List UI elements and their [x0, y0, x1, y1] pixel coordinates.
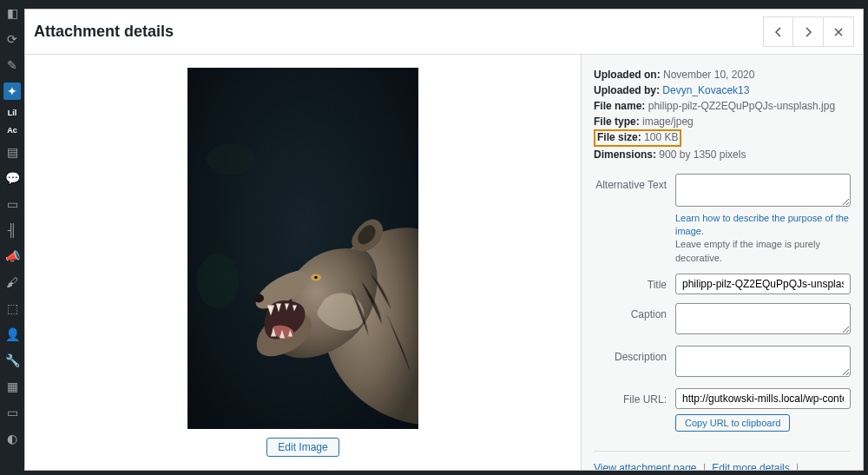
svg-point-5 [314, 276, 318, 280]
chevron-right-icon [803, 27, 813, 37]
description-label: Description [594, 346, 667, 363]
file-url-input[interactable] [675, 388, 851, 409]
description-input[interactable] [675, 346, 851, 377]
chevron-left-icon [773, 27, 784, 37]
marketing-icon[interactable]: 📣 [3, 247, 21, 265]
edit-details-link[interactable]: Edit more details [712, 462, 789, 470]
pages-icon[interactable]: ▤ [3, 143, 21, 161]
next-button[interactable] [793, 16, 824, 47]
svg-point-1 [207, 144, 255, 175]
title-label: Title [594, 274, 667, 291]
collapse-icon[interactable]: ◐ [3, 430, 21, 447]
plugins-icon[interactable]: ⬚ [3, 300, 21, 317]
attachment-details-modal: Attachment details [24, 9, 864, 471]
caption-label: Caption [594, 303, 667, 320]
view-attachment-link[interactable]: View attachment page [594, 462, 697, 470]
forms-icon[interactable]: ▭ [3, 195, 21, 213]
close-icon [833, 27, 844, 37]
copy-url-button[interactable]: Copy URL to clipboard [675, 414, 790, 432]
prev-button[interactable] [763, 16, 793, 47]
close-button[interactable] [824, 16, 854, 47]
alt-text-input[interactable] [675, 174, 851, 207]
dashboard-icon[interactable]: ◧ [3, 4, 21, 22]
analytics-icon[interactable]: ╢ [3, 221, 21, 239]
details-panel: Uploaded on: November 10, 2020 Uploaded … [581, 55, 863, 470]
alt-help-link[interactable]: Learn how to describe the purpose of the… [675, 213, 849, 236]
settings-icon[interactable]: ▦ [3, 378, 21, 395]
svg-point-2 [197, 254, 239, 309]
svg-point-3 [253, 294, 264, 303]
caption-input[interactable] [675, 303, 851, 334]
appearance-icon[interactable]: 🖌 [3, 274, 21, 291]
media-icon[interactable]: ✦ [3, 82, 21, 100]
actions-row: View attachment page | Edit more details… [594, 451, 851, 470]
users-icon[interactable]: 👤 [3, 326, 21, 343]
attachment-image [187, 68, 418, 429]
divider-icon: ▭ [3, 404, 21, 421]
sidebar-label: Lil [8, 109, 17, 117]
alt-text-label: Alternative Text [594, 174, 667, 191]
meta-info: Uploaded on: November 10, 2020 Uploaded … [594, 67, 851, 162]
file-size-highlight: File size: 100 KB [594, 129, 681, 147]
wp-admin-sidebar: ◧ ⟳ ✎ ✦ Lil Ac ▤ 💬 ▭ ╢ 📣 🖌 ⬚ 👤 🔧 ▦ ▭ ◐ [0, 0, 24, 475]
tools-icon[interactable]: 🔧 [3, 352, 21, 369]
file-url-label: File URL: [594, 388, 667, 406]
posts-icon[interactable]: ✎ [3, 56, 21, 74]
updates-icon[interactable]: ⟳ [3, 30, 21, 48]
modal-header: Attachment details [25, 10, 863, 55]
edit-image-button[interactable]: Edit Image [266, 438, 339, 457]
modal-title: Attachment details [34, 23, 763, 41]
title-input[interactable] [675, 274, 851, 294]
comments-icon[interactable]: 💬 [3, 169, 21, 187]
media-preview-panel: Edit Image [25, 55, 581, 470]
uploader-link[interactable]: Devyn_Kovacek13 [662, 84, 749, 96]
sidebar-label-2: Ac [7, 126, 17, 135]
